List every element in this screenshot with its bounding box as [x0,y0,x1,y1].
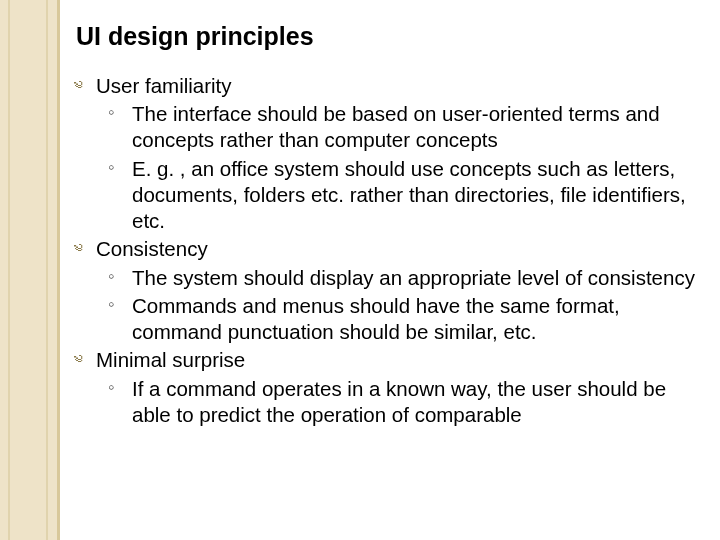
list-subitem-text: Commands and menus should have the same … [132,294,620,343]
list-subitem: ◦ If a command operates in a known way, … [78,376,700,428]
list-item: ༄ User familiarity [78,73,700,99]
list-subitem-text: The interface should be based on user-or… [132,102,660,151]
list-item: ༄ Minimal surprise [78,347,700,373]
slide-title: UI design principles [76,22,700,51]
list-item-label: Minimal surprise [96,348,245,371]
swirl-bullet-icon: ༄ [74,76,83,98]
list-subitem: ◦ E. g. , an office system should use co… [78,156,700,235]
swirl-bullet-icon: ༄ [74,239,83,261]
swirl-bullet-icon: ༄ [74,350,83,372]
list-item-label: Consistency [96,237,208,260]
circle-bullet-icon: ◦ [108,265,114,288]
list-subitem-text: E. g. , an office system should use conc… [132,157,686,232]
circle-bullet-icon: ◦ [108,293,114,316]
list-subitem: ◦ The interface should be based on user-… [78,101,700,153]
circle-bullet-icon: ◦ [108,156,114,179]
list-subitem: ◦ Commands and menus should have the sam… [78,293,700,345]
slide-content: ༄ User familiarity ◦ The interface shoul… [78,73,700,428]
circle-bullet-icon: ◦ [108,376,114,399]
circle-bullet-icon: ◦ [108,101,114,124]
slide-body: UI design principles ༄ User familiarity … [0,0,720,428]
list-subitem-text: If a command operates in a known way, th… [132,377,666,426]
list-item-label: User familiarity [96,74,232,97]
list-item: ༄ Consistency [78,236,700,262]
list-subitem-text: The system should display an appropriate… [132,266,695,289]
list-subitem: ◦ The system should display an appropria… [78,265,700,291]
